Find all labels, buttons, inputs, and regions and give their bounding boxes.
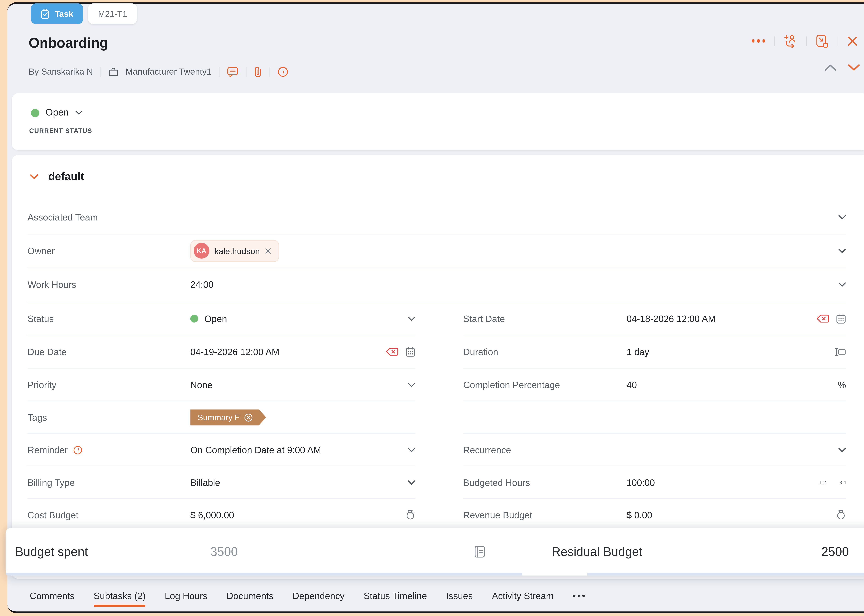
completion-value[interactable]: 40 — [627, 379, 637, 390]
duration-value[interactable]: 1 day — [627, 346, 649, 357]
close-icon[interactable] — [847, 36, 858, 46]
chevron-down-icon[interactable] — [408, 382, 415, 387]
work-hours-value[interactable]: 24:00 — [190, 279, 213, 290]
tab-task-id[interactable]: M21-T1 — [88, 3, 137, 24]
status-value: Open — [46, 107, 69, 118]
section-collapse-chevron-icon[interactable] — [30, 174, 39, 179]
field-label: Revenue Budget — [463, 510, 626, 520]
remove-owner-icon[interactable] — [265, 248, 271, 254]
field-row-reminder: Reminder i On Completion Date at 9:00 AM — [27, 434, 415, 466]
page-title: Onboarding — [29, 35, 108, 51]
owner-chip: KA kale.hudson — [190, 240, 279, 262]
divider — [774, 36, 775, 46]
current-status-card: Open CURRENT STATUS — [12, 93, 864, 150]
project-link[interactable]: Manufacturer Twenty1 — [125, 67, 211, 77]
revenue-budget-value[interactable]: $ 0.00 — [627, 510, 652, 520]
field-row-associated-team: Associated Team — [27, 201, 846, 233]
budget-summary-bar: Budget spent 3500 Residual Budget 2500 — [6, 528, 864, 575]
field-row-completion: Completion Percentage 40 % — [463, 369, 846, 401]
briefcase-icon — [108, 67, 118, 77]
field-row-recurrence: Recurrence — [463, 434, 846, 466]
collapse-window-icon[interactable] — [816, 34, 829, 48]
chevron-down-icon[interactable] — [408, 447, 415, 453]
byline: By Sanskarika N Manufacturer Twenty1 — [29, 65, 289, 79]
divider — [100, 67, 101, 77]
calendar-icon[interactable] — [836, 313, 846, 324]
field-row-priority: Priority None — [27, 369, 415, 401]
field-label: Start Date — [463, 313, 626, 324]
row-divider — [463, 401, 846, 401]
tab-subtasks[interactable]: Subtasks (2) — [94, 587, 146, 607]
billing-type-value[interactable]: Billable — [190, 477, 220, 488]
field-label: Completion Percentage — [463, 379, 626, 390]
tab-issues[interactable]: Issues — [446, 587, 473, 607]
attachment-icon[interactable] — [254, 66, 262, 78]
field-row-revenue-budget: Revenue Budget $ 0.00 — [463, 498, 846, 531]
chevron-down-icon[interactable] — [838, 447, 846, 453]
chevron-down-icon[interactable] — [848, 64, 860, 71]
chevron-down-icon[interactable] — [838, 282, 846, 287]
calendar-icon[interactable] — [405, 346, 415, 357]
field-row-duration: Duration 1 day — [463, 335, 846, 368]
money-bag-icon — [836, 509, 846, 520]
info-icon[interactable]: i — [277, 66, 289, 77]
residual-budget-value: 2500 — [821, 544, 849, 559]
tab-comments[interactable]: Comments — [30, 587, 74, 607]
section-title: default — [48, 170, 84, 183]
field-label: Reminder i — [27, 445, 190, 455]
reminder-value[interactable]: On Completion Date at 9:00 AM — [190, 445, 321, 455]
status-dot-icon — [190, 315, 198, 322]
tag-chip: Summary F — [190, 409, 266, 426]
divider — [219, 67, 219, 77]
tab-task-type[interactable]: Task — [31, 3, 83, 24]
scrollbar-thumb[interactable] — [522, 573, 587, 575]
clear-date-icon[interactable] — [816, 314, 829, 323]
record-navigation — [824, 64, 860, 71]
chevron-down-icon[interactable] — [408, 480, 415, 485]
tab-status-timeline[interactable]: Status Timeline — [364, 587, 427, 607]
remove-tag-icon[interactable] — [244, 413, 253, 421]
tab-activity-stream[interactable]: Activity Stream — [492, 587, 553, 607]
clear-date-icon[interactable] — [386, 347, 399, 356]
field-row-start-date: Start Date 04-18-2026 12:00 AM — [463, 302, 846, 335]
budget-spent-value: 3500 — [210, 544, 238, 559]
avatar: KA — [194, 243, 210, 259]
owner-name: kale.hudson — [214, 246, 260, 256]
budgeted-hours-value[interactable]: 100:00 — [627, 477, 655, 488]
more-options-icon[interactable] — [752, 39, 765, 43]
chevron-down-icon[interactable] — [838, 248, 846, 253]
status-dropdown[interactable]: Open — [31, 104, 82, 122]
chevron-down-icon[interactable] — [838, 215, 846, 220]
task-detail-window: Task M21-T1 Onboarding By Sanskarika N M… — [0, 0, 864, 616]
chevron-down-icon[interactable] — [408, 316, 415, 321]
cost-budget-value[interactable]: $ 6,000.00 — [190, 510, 234, 520]
info-icon[interactable]: i — [73, 445, 82, 454]
svg-text:i: i — [77, 447, 79, 453]
tab-dependency[interactable]: Dependency — [293, 587, 345, 607]
field-row-status: Status Open — [27, 302, 415, 335]
due-date-value[interactable]: 04-19-2026 12:00 AM — [190, 346, 279, 357]
svg-text:i: i — [282, 68, 284, 75]
chevron-up-icon[interactable] — [824, 64, 837, 71]
more-tabs-icon[interactable] — [573, 594, 585, 599]
follow-user-icon[interactable] — [784, 34, 797, 48]
numeric-input-icon: 1 23 4 — [819, 480, 846, 485]
field-row-billing-type: Billing Type Billable — [27, 466, 415, 498]
field-row-due-date: Due Date 04-19-2026 12:00 AM — [27, 335, 415, 368]
start-date-value[interactable]: 04-18-2026 12:00 AM — [627, 313, 716, 324]
priority-value[interactable]: None — [190, 379, 212, 390]
horizontal-scrollbar[interactable] — [6, 573, 864, 575]
tab-documents[interactable]: Documents — [227, 587, 273, 607]
field-label: Owner — [27, 245, 190, 256]
status-field-value[interactable]: Open — [190, 313, 227, 324]
comment-icon[interactable] — [227, 66, 238, 78]
tab-log-hours[interactable]: Log Hours — [165, 587, 207, 607]
task-id-label: M21-T1 — [98, 9, 127, 19]
field-label: Tags — [27, 412, 190, 423]
clipboard-check-icon — [41, 9, 50, 19]
field-label: Due Date — [27, 346, 190, 357]
money-bag-icon — [405, 509, 415, 520]
field-label: Cost Budget — [27, 510, 190, 520]
byline-author: By Sanskarika N — [29, 67, 93, 77]
field-row-cost-budget: Cost Budget $ 6,000.00 — [27, 498, 415, 531]
